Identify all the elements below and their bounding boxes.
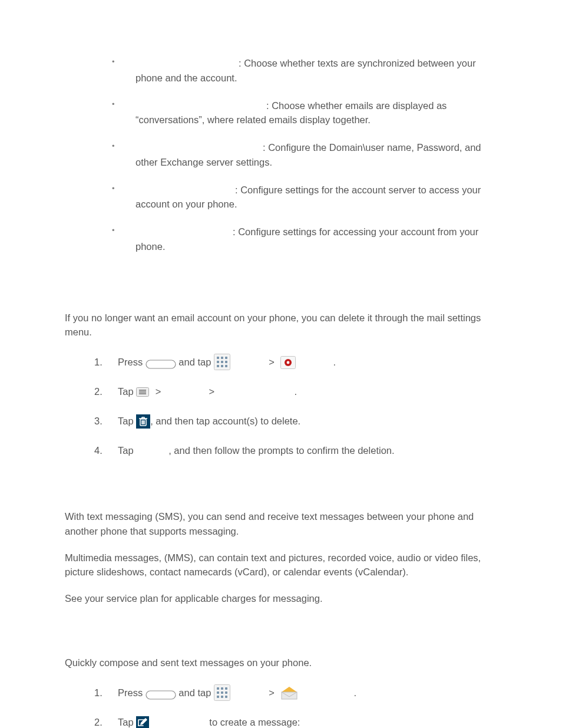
delete-account-intro: If you no longer want an email account o…: [65, 311, 500, 340]
settings-icon: [280, 356, 296, 369]
svg-rect-6: [221, 361, 223, 363]
home-button-icon: [146, 360, 176, 369]
svg-rect-8: [217, 365, 219, 367]
messaging-intro-1: With text messaging (SMS), you can send …: [65, 509, 500, 539]
svg-rect-9: [221, 365, 223, 367]
svg-point-13: [287, 361, 290, 364]
settings-option-item: : Configure the Domain\user name, Passwo…: [112, 140, 500, 170]
step-text: , and then tap account(s) to delete.: [150, 416, 300, 426]
delete-step: Tap > > .: [94, 383, 500, 400]
messaging-intro-2: Multimedia messages, (MMS), can contain …: [65, 551, 500, 580]
step-text: to create a message:: [207, 717, 300, 727]
svg-rect-32: [221, 696, 223, 698]
svg-rect-29: [221, 691, 223, 694]
svg-rect-2: [217, 357, 219, 359]
compose-intro: Quickly compose and sent text messages o…: [65, 655, 500, 670]
delete-step: Tap , and then tap account(s) t: [94, 413, 500, 429]
svg-marker-34: [282, 687, 297, 692]
breadcrumb-separator: >: [265, 684, 278, 701]
settings-option-item: : Choose whether emails are displayed as…: [112, 98, 500, 128]
compose-message-icon: [136, 716, 149, 729]
menu-list-icon: [136, 387, 149, 397]
svg-rect-0: [146, 360, 176, 368]
compose-step: Tap to create a message:: [94, 714, 500, 729]
messaging-intro-3: See your service plan for applicable cha…: [65, 591, 500, 606]
svg-rect-35: [282, 692, 297, 699]
svg-rect-4: [225, 357, 227, 359]
trash-icon: [136, 414, 150, 429]
delete-account-steps: Press and tap: [94, 354, 500, 459]
breadcrumb-separator: >: [265, 354, 278, 370]
breadcrumb-separator: >: [152, 383, 165, 400]
step-text: Tap: [118, 416, 136, 426]
svg-rect-5: [217, 361, 219, 363]
settings-options-list: : Choose whether texts are synchronized …: [112, 56, 500, 254]
option-desc: : Configure settings for accessing your …: [135, 226, 478, 252]
svg-rect-30: [225, 691, 227, 694]
delete-step: Press and tap: [94, 354, 500, 370]
option-desc: : Choose whether emails are displayed as…: [135, 100, 447, 126]
option-desc: : Choose whether texts are synchronized …: [135, 58, 476, 83]
step-text: Tap: [118, 445, 136, 456]
delete-step: Tap , and then follow the prompts to con…: [94, 442, 500, 459]
apps-grid-icon: [214, 684, 230, 701]
settings-option-item: : Configure settings for the account ser…: [112, 183, 500, 212]
home-button-icon: [146, 690, 176, 700]
svg-rect-10: [225, 365, 227, 367]
option-desc: : Configure the Domain\user name, Passwo…: [135, 142, 481, 167]
svg-rect-28: [217, 691, 219, 694]
compose-step: Press and tap: [94, 684, 500, 701]
breadcrumb-separator: >: [206, 383, 219, 400]
svg-rect-33: [225, 696, 227, 698]
svg-rect-27: [225, 687, 227, 690]
step-text: Tap: [118, 717, 136, 727]
step-text: Press: [118, 687, 146, 698]
svg-rect-31: [217, 696, 219, 698]
option-desc: : Configure settings for the account ser…: [135, 185, 481, 210]
svg-rect-26: [221, 687, 223, 690]
step-text: Press: [118, 357, 146, 367]
svg-rect-7: [225, 361, 227, 363]
svg-rect-25: [217, 687, 219, 690]
step-text: Tap: [118, 386, 136, 397]
apps-grid-icon: [214, 354, 230, 370]
step-text: and tap: [178, 687, 214, 698]
compose-steps: Press and tap: [94, 684, 500, 729]
svg-rect-3: [221, 357, 223, 359]
step-text: and tap: [178, 357, 214, 367]
svg-rect-23: [146, 691, 176, 699]
settings-option-item: : Choose whether texts are synchronized …: [112, 56, 500, 85]
step-text: , and then follow the prompts to confirm…: [168, 445, 394, 456]
settings-option-item: : Configure settings for accessing your …: [112, 225, 500, 254]
messaging-envelope-icon: [280, 686, 298, 700]
